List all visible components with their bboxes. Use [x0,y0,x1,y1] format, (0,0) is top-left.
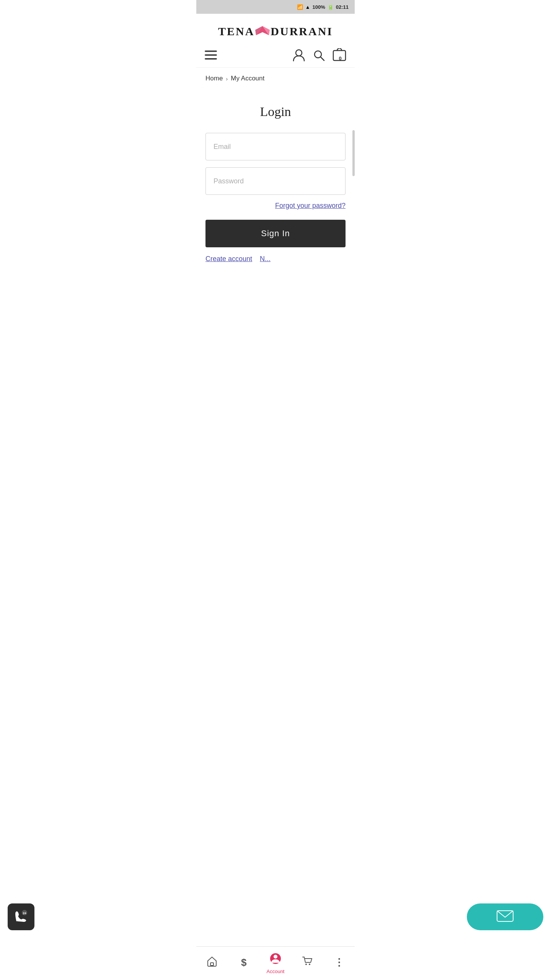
account-label: Account [267,969,285,974]
battery-icon: 🔋 [328,4,334,10]
battery-text: 100% [313,4,325,10]
bottom-nav-more[interactable]: ⋮ - [323,957,355,969]
nav-bar: 0 [196,44,355,68]
svg-rect-4 [205,54,217,56]
signal-icon: ▲ [305,4,310,10]
svg-rect-13 [210,963,214,965]
logo-section: TENA DURRANI [196,14,355,44]
sign-in-button[interactable]: Sign In [205,220,346,247]
logo-bird-icon [255,24,270,38]
search-icon[interactable] [313,49,325,63]
hamburger-icon[interactable] [205,51,217,61]
bottom-nav: - $ - Account - ⋮ - [196,946,355,980]
account-bottom-icon [270,953,281,967]
svg-point-17 [309,964,310,965]
account-icon[interactable] [293,49,305,63]
bottom-nav-cart[interactable]: - [291,956,323,971]
svg-rect-5 [205,58,217,60]
cart-count: 0 [339,56,342,61]
create-account-link[interactable]: Create account [205,255,252,263]
breadcrumb-separator: › [226,75,228,82]
time-text: 02:11 [336,4,349,10]
forgot-password-link[interactable]: Forgot your password? [205,202,346,210]
svg-line-8 [321,57,324,60]
logo-text-left: TENA [218,25,254,38]
svg-rect-3 [205,51,217,52]
main-content: Login Forgot your password? Sign In Crea… [196,89,355,271]
breadcrumb: Home › My Account [196,68,355,89]
svg-point-6 [296,50,302,56]
login-title: Login [205,105,346,119]
password-field[interactable] [205,167,346,195]
more-icon: ⋮ [334,957,344,967]
home-icon [207,956,217,969]
breadcrumb-home[interactable]: Home [205,75,223,82]
svg-point-15 [274,955,277,959]
wifi-icon: 📶 [297,4,303,10]
need-help-link[interactable]: N... [260,255,271,263]
price-icon: $ [241,957,246,969]
account-links: Create account N... [205,255,346,263]
bottom-nav-price[interactable]: $ - [228,957,260,970]
bottom-nav-account[interactable]: Account [260,953,292,974]
cart-icon[interactable]: 0 [333,48,346,64]
bottom-nav-home[interactable]: - [196,956,228,971]
svg-point-16 [305,964,307,965]
scroll-indicator [352,130,355,176]
breadcrumb-current: My Account [231,75,264,82]
status-bar: 📶 ▲ 100% 🔋 02:11 [196,0,355,14]
cart-bottom-icon [302,956,313,969]
logo-text-right: DURRANI [271,25,333,38]
email-field[interactable] [205,133,346,160]
